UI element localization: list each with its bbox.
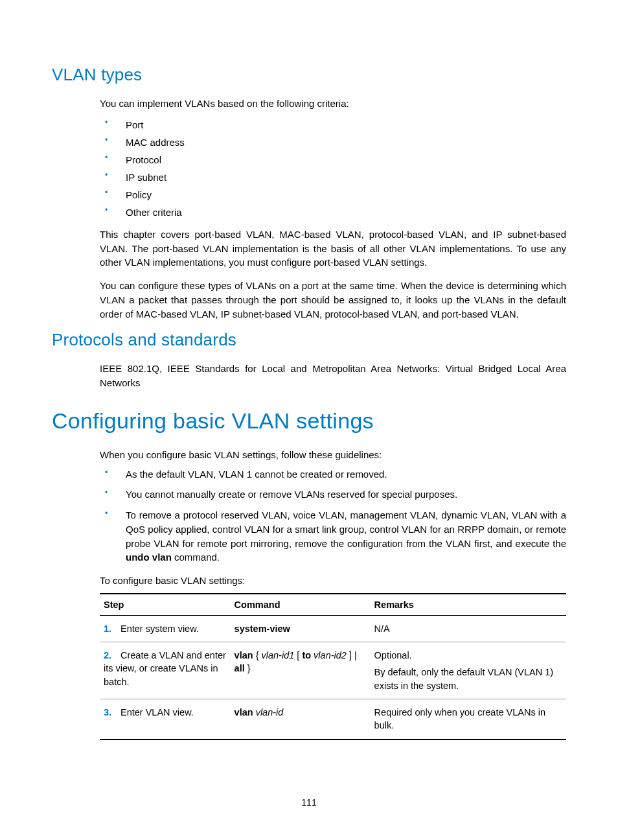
step-number: 3. xyxy=(104,706,120,719)
table-row: 2.Create a VLAN and enter its view, or c… xyxy=(100,642,566,699)
command-text: system-view xyxy=(235,624,290,634)
cell-step: 2.Create a VLAN and enter its view, or c… xyxy=(100,642,231,699)
table-header-step: Step xyxy=(100,594,231,616)
text-fragment: } xyxy=(245,663,251,673)
cell-step: 1.Enter system view. xyxy=(100,615,231,642)
command-text: to xyxy=(302,650,311,660)
table-header-command: Command xyxy=(231,594,371,616)
block-vlan-types: You can implement VLANs based on the fol… xyxy=(52,97,566,321)
cell-remarks: N/A xyxy=(371,615,566,642)
table-row: 3.Enter VLAN view. vlan vlan-id Required… xyxy=(100,699,566,739)
table-row: 1.Enter system view. system-view N/A xyxy=(100,615,566,642)
list-item: Policy xyxy=(100,186,566,204)
step-text: Enter system view. xyxy=(120,624,199,634)
document-page: VLAN types You can implement VLANs based… xyxy=(0,0,618,840)
config-table: Step Command Remarks 1.Enter system view… xyxy=(100,593,566,740)
text-fragment: To remove a protocol reserved VLAN, voic… xyxy=(126,509,566,549)
text-paragraph: You can configure these types of VLANs o… xyxy=(100,279,566,321)
step-number: 1. xyxy=(104,622,120,635)
command-text: all xyxy=(235,663,245,673)
list-item: To remove a protocol reserved VLAN, voic… xyxy=(100,508,566,565)
command-text: undo vlan xyxy=(126,552,172,563)
heading-configuring: Configuring basic VLAN settings xyxy=(52,408,566,434)
text-config-intro: When you configure basic VLAN settings, … xyxy=(100,448,566,462)
cell-step: 3.Enter VLAN view. xyxy=(100,699,231,739)
step-number: 2. xyxy=(104,649,120,662)
command-text: vlan xyxy=(235,650,253,660)
text-fragment: command. xyxy=(172,552,220,563)
cell-command: system-view xyxy=(231,615,371,642)
list-item: As the default VLAN, VLAN 1 cannot be cr… xyxy=(100,467,566,482)
list-item: You cannot manually create or remove VLA… xyxy=(100,487,566,502)
cell-remarks: Optional. By default, only the default V… xyxy=(371,642,566,699)
page-number: 111 xyxy=(0,797,618,808)
list-item: Protocol xyxy=(100,151,566,169)
text-paragraph: IEEE 802.1Q, IEEE Standards for Local an… xyxy=(100,362,566,390)
cell-command: vlan { vlan-id1 [ to vlan-id2 ] | all } xyxy=(231,642,371,699)
list-vlan-criteria: Port MAC address Protocol IP subnet Poli… xyxy=(100,116,566,221)
heading-protocols: Protocols and standards xyxy=(52,330,566,350)
command-text: vlan xyxy=(235,707,253,718)
text-vlan-intro: You can implement VLANs based on the fol… xyxy=(100,97,566,111)
step-text: Enter VLAN view. xyxy=(120,707,194,718)
text-paragraph: This chapter covers port-based VLAN, MAC… xyxy=(100,228,566,270)
remarks-line: Optional. xyxy=(374,649,562,662)
list-item: Port xyxy=(100,116,566,134)
heading-vlan-types: VLAN types xyxy=(52,65,566,85)
command-arg: vlan-id2 xyxy=(314,650,347,660)
list-guidelines: As the default VLAN, VLAN 1 cannot be cr… xyxy=(100,467,566,565)
text-table-lead: To configure basic VLAN settings: xyxy=(100,574,566,588)
content-area: VLAN types You can implement VLANs based… xyxy=(52,65,566,740)
block-protocols: IEEE 802.1Q, IEEE Standards for Local an… xyxy=(52,362,566,390)
remarks-line: By default, only the default VLAN (VLAN … xyxy=(374,666,562,692)
list-item: IP subnet xyxy=(100,169,566,186)
text-fragment: [ xyxy=(294,650,302,660)
text-fragment: { xyxy=(253,650,262,660)
list-item: MAC address xyxy=(100,134,566,151)
block-configuring: When you configure basic VLAN settings, … xyxy=(52,448,566,740)
list-item: Other criteria xyxy=(100,204,566,221)
step-text: Create a VLAN and enter its view, or cre… xyxy=(104,650,226,687)
command-arg: vlan-id1 xyxy=(262,650,295,660)
text-fragment: ] | xyxy=(347,650,357,660)
table-header-row: Step Command Remarks xyxy=(100,594,566,616)
command-arg: vlan-id xyxy=(256,707,284,718)
cell-remarks: Required only when you create VLANs in b… xyxy=(371,699,566,739)
cell-command: vlan vlan-id xyxy=(231,699,371,739)
table-header-remarks: Remarks xyxy=(371,594,566,616)
